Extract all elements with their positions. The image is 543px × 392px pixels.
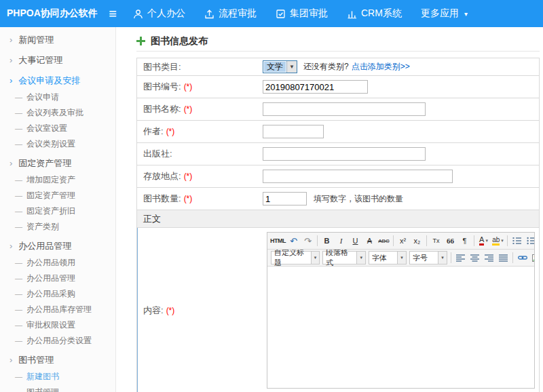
author-input[interactable]	[263, 125, 324, 138]
sidebar-item-add-asset[interactable]: —增加固定资产	[0, 172, 115, 188]
publisher-input[interactable]	[263, 147, 426, 161]
book-number-input[interactable]	[263, 80, 368, 94]
align-right-icon[interactable]	[483, 252, 495, 264]
workflow-icon	[204, 9, 214, 19]
main-content: 图书信息发布 图书类目: 文学 ▼ 还没有类别? 点击添加类别>> 图书编号: …	[116, 27, 543, 392]
arrow-right-icon: ›	[10, 355, 12, 365]
spellcheck-button[interactable]: ABC	[377, 235, 390, 248]
sidebar-item-book-manage[interactable]: —图书管理	[0, 385, 115, 392]
rich-text-editor: HTML ↶ ↷ B I U A ABC x² x₂ Tx	[267, 232, 535, 389]
sidebar-item-meeting-room[interactable]: —会议室设置	[0, 121, 115, 136]
editor-toolbar-row1: HTML ↶ ↷ B I U A ABC x² x₂ Tx	[267, 233, 534, 250]
nav-personal-office[interactable]: 个人办公	[133, 7, 185, 20]
heading-select[interactable]: 自定义标题 ▾	[271, 251, 320, 264]
undo-button[interactable]: ↶	[287, 235, 300, 248]
sidebar-item-supplies-inventory[interactable]: —办公用品库存管理	[0, 302, 115, 317]
quote-button[interactable]: 66	[444, 235, 457, 248]
topbar: PHPOA协同办公软件 ≡ 个人办公 流程审批 集团审批 CRM系统	[0, 0, 543, 27]
unordered-list-icon[interactable]	[525, 235, 534, 248]
sidebar-item-supplies-classify[interactable]: —办公用品分类设置	[0, 333, 115, 349]
superscript-button[interactable]: x²	[396, 235, 409, 248]
quantity-input[interactable]	[263, 192, 307, 205]
field-label-book-number: 图书编号: (*)	[137, 81, 263, 93]
highlight-glyph: ab	[492, 236, 500, 246]
sidebar-item-label: 审批权限设置	[26, 320, 75, 330]
menu-toggle-icon[interactable]: ≡	[103, 0, 122, 27]
editor-content-area[interactable]	[267, 267, 534, 388]
nav-label: 流程审批	[219, 7, 257, 20]
sidebar-item-supplies-manage[interactable]: —办公用品管理	[0, 271, 115, 286]
sidebar-item-meeting-category[interactable]: —会议类别设置	[0, 136, 115, 152]
select-label: 字体	[372, 253, 387, 263]
sidebar-item-fixed-assets[interactable]: ›固定资产管理	[0, 155, 115, 172]
page-title: 图书信息发布	[151, 35, 208, 47]
sidebar-item-asset-category[interactable]: —资产类别	[0, 219, 115, 235]
sidebar-item-office-supplies[interactable]: ›办公用品管理	[0, 237, 115, 255]
field-label-text: 内容:	[143, 305, 164, 317]
font-size-select[interactable]: 字号 ▾	[409, 251, 447, 264]
sidebar-item-meeting-list[interactable]: —会议列表及审批	[0, 105, 115, 121]
sidebar-item-news[interactable]: ›新闻管理	[0, 31, 115, 49]
dash-icon: —	[15, 124, 22, 132]
sidebar-item-events[interactable]: ›大事记管理	[0, 52, 115, 69]
subscript-button[interactable]: x₂	[411, 235, 424, 248]
dash-icon: —	[15, 321, 22, 329]
align-justify-icon[interactable]	[497, 252, 510, 264]
sidebar-item-meeting[interactable]: ›会议申请及安排	[0, 72, 115, 90]
sidebar-item-label: 办公用品管理	[18, 241, 71, 251]
toolbar-separator	[507, 235, 508, 246]
section-title: 正文	[137, 213, 161, 225]
add-icon	[136, 37, 145, 45]
ordered-list-icon[interactable]	[510, 235, 523, 248]
required-mark: (*)	[184, 172, 193, 181]
font-family-select[interactable]: 字体 ▾	[369, 251, 407, 264]
sidebar-item-meeting-apply[interactable]: —会议申请	[0, 90, 115, 105]
nav-group-approval[interactable]: 集团审批	[276, 7, 328, 20]
paragraph-mark-button[interactable]: ¶	[458, 235, 471, 248]
sidebar-item-supplies-claim[interactable]: —办公用品领用	[0, 255, 115, 271]
sidebar-item-new-book[interactable]: —新建图书	[0, 369, 115, 385]
caret-down-icon: ▾	[438, 252, 447, 264]
underline-button[interactable]: U	[349, 235, 362, 248]
field-label-category: 图书类目:	[137, 61, 263, 73]
sidebar-item-supplies-purchase[interactable]: —办公用品采购	[0, 286, 115, 302]
redo-button[interactable]: ↷	[301, 235, 314, 248]
form-row-publisher: 出版社:	[137, 143, 539, 165]
nav-more-apps[interactable]: 更多应用 ▾	[421, 7, 468, 20]
bold-button[interactable]: B	[320, 235, 333, 248]
paragraph-format-select[interactable]: 段落格式 ▾	[322, 251, 366, 264]
location-input[interactable]	[263, 170, 453, 183]
highlight-color-button[interactable]: ab ▾	[491, 235, 504, 248]
align-left-icon[interactable]	[454, 252, 467, 264]
sidebar-item-label: 固定资产管理	[18, 158, 71, 168]
sidebar-item-label: 会议申请及安排	[18, 75, 80, 85]
required-mark: (*)	[184, 194, 193, 203]
sidebar-item-books[interactable]: ›图书管理	[0, 351, 115, 369]
sidebar-item-approval-permission[interactable]: —审批权限设置	[0, 317, 115, 333]
link-icon[interactable]	[516, 252, 529, 264]
sidebar-item-label: 会议申请	[26, 92, 59, 102]
align-center-icon[interactable]	[468, 252, 481, 264]
strikethrough-button[interactable]: A	[363, 235, 376, 248]
nav-crm-system[interactable]: CRM系统	[347, 7, 402, 20]
field-label-author: 作者: (*)	[137, 125, 263, 138]
dash-icon: —	[15, 290, 22, 298]
sidebar-item-asset-depreciation[interactable]: —固定资产折旧	[0, 203, 115, 219]
font-color-button[interactable]: A ▾	[477, 235, 490, 248]
add-category-link[interactable]: 点击添加类别>>	[352, 61, 410, 73]
remove-format-button[interactable]: Tx	[430, 235, 443, 248]
dash-icon: —	[15, 388, 22, 392]
field-label-text: 图书数量:	[143, 193, 181, 205]
italic-button[interactable]: I	[335, 235, 348, 248]
html-source-button[interactable]: HTML	[270, 235, 286, 248]
book-name-input[interactable]	[263, 102, 426, 116]
form-row-book-number: 图书编号: (*)	[137, 76, 539, 98]
field-label-location: 存放地点: (*)	[137, 170, 263, 182]
category-select[interactable]: 文学 ▼	[263, 60, 297, 73]
nav-workflow-approval[interactable]: 流程审批	[204, 7, 257, 20]
sidebar-item-label: 图书管理	[26, 387, 59, 392]
field-label-publisher: 出版社:	[137, 148, 263, 160]
sidebar-item-asset-manage[interactable]: —固定资产管理	[0, 188, 115, 203]
form-row-location: 存放地点: (*)	[137, 165, 539, 188]
image-icon[interactable]	[530, 252, 534, 264]
